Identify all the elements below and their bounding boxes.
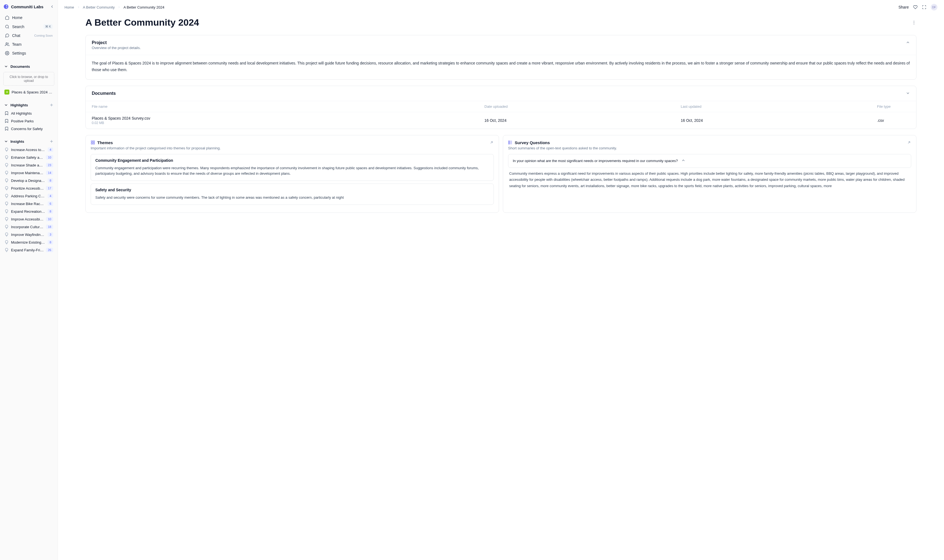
- insight-item[interactable]: Improve Wayfinding wit...3: [3, 231, 54, 238]
- insights-section-header[interactable]: Insights: [3, 137, 54, 146]
- add-highlight-icon[interactable]: [49, 103, 54, 107]
- table-header: File name Date uploaded Last updated Fil…: [86, 101, 916, 112]
- nav-label: Chat: [12, 33, 20, 38]
- insight-label: Improve Maintenance ...: [11, 171, 44, 175]
- insight-item[interactable]: Enhance Safety and E...10: [3, 154, 54, 161]
- insight-item[interactable]: Address Parking Challe...4: [3, 192, 54, 200]
- breadcrumb-parent[interactable]: A Better Community: [83, 5, 115, 9]
- file-chip-icon: ✕: [5, 89, 9, 94]
- nav-item-home[interactable]: Home: [3, 13, 54, 22]
- documents-header-text: Documents: [11, 65, 30, 69]
- file-type: .csv: [877, 118, 910, 123]
- insight-count-badge: 8: [48, 209, 53, 214]
- upload-zone[interactable]: Click to browse, or drop to upload: [3, 72, 54, 86]
- insight-count-badge: 26: [46, 248, 53, 252]
- lightbulb-icon: [5, 217, 9, 221]
- insight-count-badge: 4: [48, 194, 53, 198]
- breadcrumb: Home A Better Community A Better Communi…: [65, 5, 164, 9]
- insight-item[interactable]: Prioritize Accessibility ...17: [3, 185, 54, 192]
- highlights-section-header[interactable]: Highlights: [3, 101, 54, 109]
- file-name: Places & Spaces 2024 Survey.csv: [92, 116, 484, 120]
- lightbulb-icon: [5, 163, 9, 167]
- insight-item[interactable]: Improve Maintenance ...14: [3, 169, 54, 177]
- insight-label: Improve Wayfinding wit...: [11, 232, 45, 237]
- col-type: File type: [877, 105, 910, 109]
- more-options-icon[interactable]: [912, 20, 916, 25]
- survey-title: Survey Questions: [515, 140, 550, 145]
- insight-label: Expand Family-Friendl...: [11, 248, 44, 252]
- nav-item-team[interactable]: Team: [3, 40, 54, 49]
- insight-item[interactable]: Modernize Existing Fac...8: [3, 238, 54, 246]
- share-button[interactable]: Share: [899, 5, 909, 9]
- brand[interactable]: Communiti Labs: [3, 4, 43, 9]
- lightbulb-icon: [5, 155, 9, 160]
- document-item[interactable]: ✕Places & Spaces 2024 Surv...: [3, 88, 54, 96]
- highlight-item[interactable]: All Highlights: [3, 109, 54, 117]
- nav-item-chat[interactable]: ChatComing Soon: [3, 31, 54, 40]
- breadcrumb-home[interactable]: Home: [65, 5, 74, 9]
- highlight-label: Positive Parks: [11, 119, 34, 123]
- insight-item[interactable]: Increase Access to Dri...4: [3, 146, 54, 154]
- insight-label: Prioritize Accessibility ...: [11, 186, 44, 191]
- last-updated: 16 Oct, 2024: [681, 118, 877, 123]
- chevron-down-icon: [4, 103, 8, 107]
- highlight-label: All Highlights: [11, 111, 32, 115]
- insight-item[interactable]: Expand Family-Friendl...26: [3, 246, 54, 254]
- insight-label: Increase Access to Dri...: [11, 148, 45, 152]
- documents-section-header[interactable]: Documents: [3, 62, 54, 71]
- highlight-item[interactable]: Concerns for Safety: [3, 125, 54, 132]
- svg-rect-7: [93, 141, 94, 142]
- brand-name: Communiti Labs: [11, 5, 43, 9]
- favorite-icon[interactable]: [913, 5, 918, 9]
- insight-label: Modernize Existing Fac...: [11, 240, 45, 245]
- survey-question[interactable]: In your opinion what are the most signif…: [508, 154, 911, 168]
- chevron-down-icon: [4, 64, 8, 69]
- insight-item[interactable]: Increase Bike Rack Ava...6: [3, 200, 54, 208]
- avatar[interactable]: DF: [931, 4, 937, 11]
- date-uploaded: 16 Oct, 2024: [484, 118, 681, 123]
- nav-label: Settings: [12, 51, 26, 55]
- collapse-sidebar-icon[interactable]: [50, 5, 54, 9]
- chevron-up-icon[interactable]: [906, 40, 910, 45]
- svg-rect-8: [91, 143, 92, 144]
- theme-card[interactable]: Community Engagement and ParticipationCo…: [91, 154, 494, 181]
- insight-label: Enhance Safety and E...: [11, 155, 44, 160]
- add-insight-icon[interactable]: [49, 139, 54, 143]
- highlight-item[interactable]: Positive Parks: [3, 117, 54, 125]
- svg-rect-10: [509, 141, 509, 142]
- project-card-header[interactable]: Project Overview of the project details.: [86, 35, 916, 55]
- expand-themes-icon[interactable]: [489, 140, 494, 145]
- nav-item-settings[interactable]: Settings: [3, 49, 54, 58]
- chevron-up-icon: [681, 158, 686, 163]
- insight-item[interactable]: Incorporate Culturally ...18: [3, 223, 54, 231]
- chat-icon: [5, 33, 9, 38]
- insight-label: Address Parking Challe...: [11, 194, 45, 198]
- insight-item[interactable]: Improve Accessibility t...10: [3, 215, 54, 223]
- documents-card-header[interactable]: Documents: [86, 86, 916, 101]
- lightbulb-icon: [5, 232, 9, 237]
- kbd-shortcut: ⌘ K: [43, 24, 52, 29]
- file-size: 0.02 MB: [92, 121, 484, 125]
- avatar-initials: DF: [932, 6, 936, 9]
- insight-count-badge: 18: [46, 225, 53, 229]
- nav-label: Home: [12, 15, 22, 20]
- insight-count-badge: 3: [48, 232, 53, 237]
- table-row[interactable]: Places & Spaces 2024 Survey.csv 0.02 MB …: [86, 112, 916, 129]
- expand-survey-icon[interactable]: [907, 140, 911, 145]
- survey-subtitle: Short summaries of the open-text questio…: [508, 146, 911, 150]
- insight-item[interactable]: Develop a Designated ...8: [3, 177, 54, 185]
- insight-count-badge: 10: [46, 217, 53, 221]
- theme-title: Community Engagement and Participation: [95, 158, 489, 163]
- chevron-down-icon[interactable]: [906, 91, 910, 95]
- insight-count-badge: 8: [48, 178, 53, 183]
- insight-item[interactable]: Expand Recreational O...8: [3, 208, 54, 215]
- insight-label: Increase Bike Rack Ava...: [11, 202, 45, 206]
- theme-card[interactable]: Safety and SecuritySafety and security w…: [91, 183, 494, 205]
- svg-rect-6: [91, 141, 92, 142]
- svg-rect-11: [509, 142, 509, 143]
- theme-body: Community engagement and participation w…: [95, 165, 489, 177]
- nav-item-search[interactable]: Search⌘ K: [3, 22, 54, 31]
- nav-label: Search: [12, 25, 24, 29]
- insight-item[interactable]: Increase Shade and S...23: [3, 161, 54, 169]
- expand-icon[interactable]: [922, 5, 926, 9]
